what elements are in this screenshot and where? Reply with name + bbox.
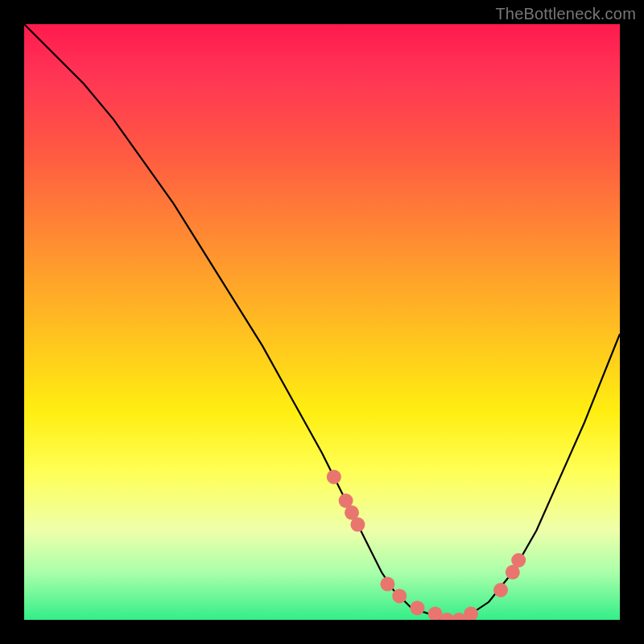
attribution-text: TheBottleneck.com [495,5,636,23]
data-point [327,469,341,484]
data-point [380,577,394,592]
chart-svg [24,24,620,620]
data-point [350,518,365,532]
data-markers [327,469,526,620]
bottleneck-curve [24,24,620,620]
data-point [392,588,407,603]
data-point [511,553,526,568]
data-point [493,583,508,597]
plot-area [24,24,620,620]
data-point [464,607,478,620]
chart-container: TheBottleneck.com [0,0,644,644]
data-point [410,601,424,615]
